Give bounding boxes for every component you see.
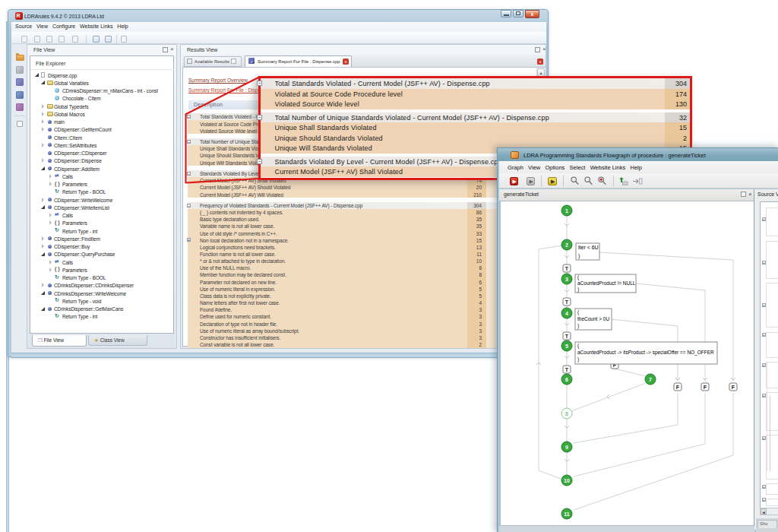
svg-text:aCountedProduct != NULL: aCountedProduct != NULL: [577, 280, 636, 286]
svg-text:iter < 6U: iter < 6U: [578, 245, 599, 250]
svg-text:T: T: [565, 299, 569, 305]
svg-text:): ): [577, 356, 579, 363]
svg-text:T: T: [565, 266, 569, 271]
svg-text:9: 9: [565, 445, 568, 450]
svg-text:10: 10: [564, 478, 570, 483]
svg-text:): ): [577, 323, 579, 329]
svg-text:5: 5: [565, 344, 568, 349]
svg-text:8: 8: [565, 411, 568, 416]
svg-text:F: F: [704, 385, 707, 390]
svg-text:F: F: [732, 385, 735, 390]
svg-text:aCountedProduct -> itsProduct: aCountedProduct -> itsProduct -> special…: [577, 350, 714, 356]
svg-text:): ): [577, 287, 579, 293]
svg-text:): ): [578, 253, 580, 259]
svg-text:T: T: [565, 334, 569, 339]
svg-text:11: 11: [564, 511, 570, 517]
svg-text:4: 4: [565, 311, 568, 316]
svg-text:3: 3: [565, 277, 568, 282]
svg-text:theCount > 0U: theCount > 0U: [577, 316, 609, 321]
svg-text:T: T: [565, 367, 569, 372]
svg-text:2: 2: [565, 242, 568, 248]
svg-text:1: 1: [565, 208, 568, 214]
svg-text:6: 6: [565, 377, 568, 382]
svg-text:F: F: [676, 385, 680, 390]
svg-text:7: 7: [649, 377, 652, 382]
